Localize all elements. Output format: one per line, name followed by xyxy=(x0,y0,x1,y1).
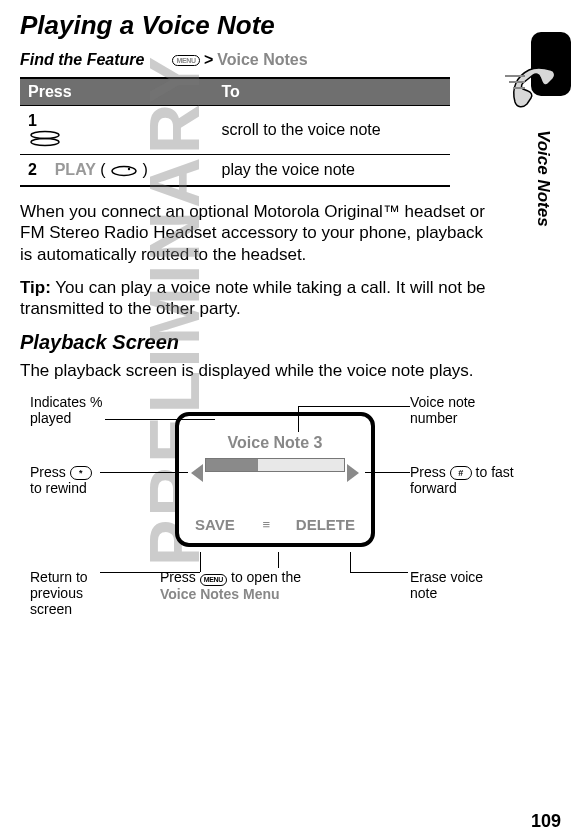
save-softkey: SAVE xyxy=(195,516,235,533)
leader-line xyxy=(105,419,215,420)
callout-percent-played: Indicates % played xyxy=(30,394,120,426)
nav-path: MENU > Voice Notes xyxy=(172,51,307,69)
tip-label: Tip: xyxy=(20,278,51,297)
callout-return: Return to previous screen xyxy=(30,569,115,617)
leader-line xyxy=(100,472,188,473)
softkey-paren: ) xyxy=(143,161,148,178)
progress-bar xyxy=(205,458,345,472)
screen-title: Voice Note 3 xyxy=(179,434,371,452)
svg-rect-4 xyxy=(531,32,571,96)
star-key-icon: * xyxy=(70,466,92,480)
leader-line xyxy=(278,552,279,568)
page-number: 109 xyxy=(531,811,561,832)
row-action: scroll to the voice note xyxy=(214,106,451,155)
pound-key-icon: # xyxy=(450,466,472,480)
chevron-right-icon: > xyxy=(204,51,213,69)
col-to: To xyxy=(214,78,451,106)
col-press: Press xyxy=(20,78,214,106)
table-row: 1 scroll to the voice note xyxy=(20,106,450,155)
leader-line xyxy=(298,406,410,407)
svg-point-3 xyxy=(128,168,130,170)
callout-text: to rewind xyxy=(30,480,87,496)
callout-text: to open the xyxy=(227,569,301,585)
softkey-label: PLAY xyxy=(55,161,96,178)
row-action: play the voice note xyxy=(214,155,451,187)
softkey-oval-icon xyxy=(110,161,142,178)
find-feature-label: Find the Feature xyxy=(20,51,144,69)
tip-paragraph: Tip: You can play a voice note while tak… xyxy=(20,277,490,320)
page-title: Playing a Voice Note xyxy=(20,10,551,41)
callout-voice-note-number: Voice note number xyxy=(410,394,520,426)
body-paragraph: The playback screen is displayed while t… xyxy=(20,360,490,381)
playback-screen: Voice Note 3 SAVE ≡ DELETE xyxy=(175,412,375,547)
phone-receiver-icon xyxy=(503,30,573,128)
forward-triangle-icon xyxy=(347,464,359,482)
callout-rewind: Press * to rewind xyxy=(30,464,130,496)
scroll-key-icon xyxy=(28,130,206,148)
table-row: 2 PLAY ( ) play the voice note xyxy=(20,155,450,187)
svg-point-2 xyxy=(112,166,136,175)
progress-fill xyxy=(206,459,258,471)
rewind-triangle-icon xyxy=(191,464,203,482)
side-tab: Voice Notes xyxy=(533,130,553,227)
instruction-table: Press To 1 scroll to the voice note xyxy=(20,77,450,187)
tip-text: You can play a voice note while taking a… xyxy=(20,278,486,318)
callout-text: Press xyxy=(30,464,70,480)
callout-text: Press xyxy=(160,569,200,585)
callout-open-menu: Press MENU to open the Voice Notes Menu xyxy=(160,569,380,602)
callout-erase: Erase voice note xyxy=(410,569,510,601)
nav-path-text: Voice Notes xyxy=(217,51,307,69)
playback-diagram: Voice Note 3 SAVE ≡ DELETE Indicates % p… xyxy=(30,394,530,664)
find-feature-row: Find the Feature MENU > Voice Notes xyxy=(20,51,551,69)
callout-text: Press xyxy=(410,464,450,480)
callout-fast-forward: Press # to fast forward xyxy=(410,464,530,496)
menu-key-icon: MENU xyxy=(200,574,227,586)
menu-bars-icon: ≡ xyxy=(262,517,268,532)
row-number: 2 xyxy=(28,161,37,178)
row-number: 1 xyxy=(28,112,37,129)
menu-key-icon: MENU xyxy=(172,55,199,66)
body-paragraph: When you connect an optional Motorola Or… xyxy=(20,201,490,265)
leader-line xyxy=(298,406,299,432)
svg-point-1 xyxy=(31,139,59,146)
menu-hint: Voice Notes Menu xyxy=(160,586,280,602)
svg-point-0 xyxy=(31,132,59,139)
subheading: Playback Screen xyxy=(20,331,551,354)
leader-line xyxy=(365,472,410,473)
delete-softkey: DELETE xyxy=(296,516,355,533)
softkey-paren: ( xyxy=(100,161,105,178)
